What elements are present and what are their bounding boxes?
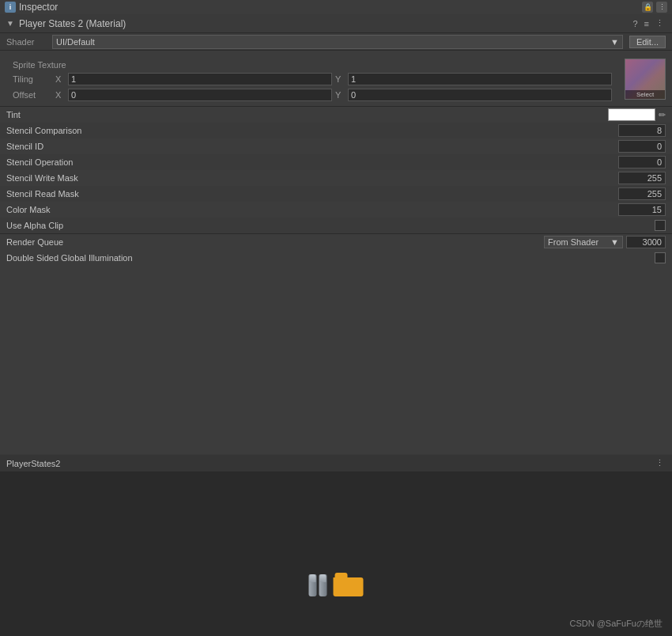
tiling-row: Tiling X Y: [6, 71, 618, 87]
double-sided-gi-row: Double Sided Global Illumination: [0, 250, 672, 266]
folder-icon: [334, 573, 364, 596]
offset-x-label: X: [55, 90, 65, 100]
use-alpha-clip-row: Use Alpha Clip: [0, 218, 672, 233]
stencil-read-mask-value[interactable]: 255: [618, 187, 666, 200]
shader-row: Shader UI/Default ▼ Edit...: [0, 33, 672, 51]
stencil-read-mask-label: Stencil Read Mask: [6, 189, 618, 199]
stencil-comparison-label: Stencil Comparison: [6, 126, 618, 135]
shader-dropdown[interactable]: UI/Default ▼: [52, 35, 623, 49]
bottom-panel-content: CSDN @SaFuFuの绝世: [0, 472, 672, 636]
tint-row: Tint ✏: [0, 107, 672, 123]
tint-color-swatch[interactable]: [608, 108, 655, 121]
bottom-panel: PlayerStates2 ⋮ CSDN @SaFuFuの绝世: [0, 454, 672, 636]
menu-button[interactable]: ⋮: [656, 2, 667, 13]
more-button[interactable]: ⋮: [654, 17, 666, 30]
tiling-label: Tiling: [13, 74, 52, 84]
sprite-texture-header: Sprite Texture: [6, 59, 618, 71]
shader-value: UI/Default: [56, 37, 95, 47]
tiling-x-input[interactable]: [68, 73, 332, 85]
stencil-write-mask-label: Stencil Write Mask: [6, 173, 618, 183]
bullet-icons: [309, 574, 327, 596]
settings-button[interactable]: ≡: [643, 17, 651, 30]
bottom-panel-header: PlayerStates2 ⋮: [0, 455, 672, 472]
panel-header-right: ? ≡ ⋮: [631, 17, 666, 30]
panel-title: Player States 2 (Material): [19, 18, 126, 29]
inspector-icon: i: [5, 2, 16, 13]
help-button[interactable]: ?: [631, 17, 639, 30]
title-bar-left: i Inspector: [5, 2, 58, 13]
title-bar: i Inspector 🔒 ⋮: [0, 0, 672, 14]
sprite-texture-label: Sprite Texture: [13, 60, 66, 70]
stencil-id-row: Stencil ID 0: [0, 138, 672, 154]
render-queue-value[interactable]: 3000: [626, 236, 666, 248]
color-mask-row: Color Mask 15: [0, 202, 672, 218]
offset-row: Offset X Y: [6, 87, 618, 103]
stencil-comparison-value[interactable]: 8: [618, 124, 666, 137]
offset-y-input[interactable]: [348, 89, 612, 101]
expand-arrow-icon[interactable]: ▼: [6, 19, 14, 28]
texture-preview[interactable]: Select: [625, 59, 666, 100]
render-queue-row: Render Queue From Shader ▼ 3000: [0, 234, 672, 250]
tiling-x-label: X: [55, 74, 65, 84]
bottom-panel-menu-button[interactable]: ⋮: [654, 456, 666, 470]
use-alpha-clip-label: Use Alpha Clip: [6, 221, 655, 230]
stencil-comparison-row: Stencil Comparison 8: [0, 123, 672, 138]
tiling-y-label: Y: [335, 74, 345, 84]
tiling-y-input[interactable]: [348, 73, 612, 85]
bottom-panel-title: PlayerStates2: [6, 459, 60, 468]
stencil-operation-row: Stencil Operation 0: [0, 154, 672, 170]
render-queue-dropdown[interactable]: From Shader ▼: [544, 236, 623, 248]
stencil-write-mask-row: Stencil Write Mask 255: [0, 170, 672, 186]
render-queue-label: Render Queue: [6, 237, 541, 247]
bottom-icons: [309, 573, 364, 596]
panel-header: ▼ Player States 2 (Material) ? ≡ ⋮: [0, 14, 672, 33]
edit-shader-button[interactable]: Edit...: [629, 36, 666, 48]
texture-fields: Sprite Texture Tiling X Y Offset X Y: [6, 59, 618, 103]
render-queue-dropdown-value: From Shader: [548, 237, 598, 247]
double-sided-gi-checkbox[interactable]: [655, 252, 666, 263]
stencil-id-label: Stencil ID: [6, 142, 618, 151]
texture-preview-label: Select: [625, 90, 665, 99]
color-mask-value[interactable]: 15: [618, 203, 666, 216]
bullet-icon-2: [319, 574, 327, 596]
inspector-title: Inspector: [19, 2, 58, 13]
empty-space: [0, 266, 672, 392]
use-alpha-clip-checkbox[interactable]: [655, 220, 666, 231]
lock-button[interactable]: 🔒: [642, 2, 653, 13]
stencil-operation-label: Stencil Operation: [6, 157, 618, 167]
tint-label: Tint: [6, 110, 605, 119]
shader-dropdown-arrow: ▼: [610, 37, 619, 47]
title-bar-right: 🔒 ⋮: [642, 2, 667, 13]
panel-header-left: ▼ Player States 2 (Material): [6, 18, 126, 29]
stencil-write-mask-value[interactable]: 255: [618, 172, 666, 184]
color-picker-icon[interactable]: ✏: [659, 110, 666, 120]
sprite-texture-section: Sprite Texture Tiling X Y Offset X Y: [0, 55, 672, 106]
offset-y-label: Y: [335, 90, 345, 100]
color-mask-label: Color Mask: [6, 205, 618, 214]
offset-x-input[interactable]: [68, 89, 332, 101]
stencil-operation-value[interactable]: 0: [618, 156, 666, 168]
double-sided-gi-label: Double Sided Global Illumination: [6, 253, 655, 263]
content-area: Sprite Texture Tiling X Y Offset X Y: [0, 51, 672, 397]
offset-label: Offset: [13, 90, 52, 100]
render-queue-dropdown-arrow: ▼: [610, 237, 619, 247]
bullet-icon-1: [309, 574, 317, 596]
stencil-id-value[interactable]: 0: [618, 140, 666, 153]
watermark: CSDN @SaFuFuの绝世: [569, 618, 663, 630]
shader-label: Shader: [6, 37, 46, 47]
main-content: Sprite Texture Tiling X Y Offset X Y: [0, 51, 672, 505]
stencil-read-mask-row: Stencil Read Mask 255: [0, 186, 672, 202]
